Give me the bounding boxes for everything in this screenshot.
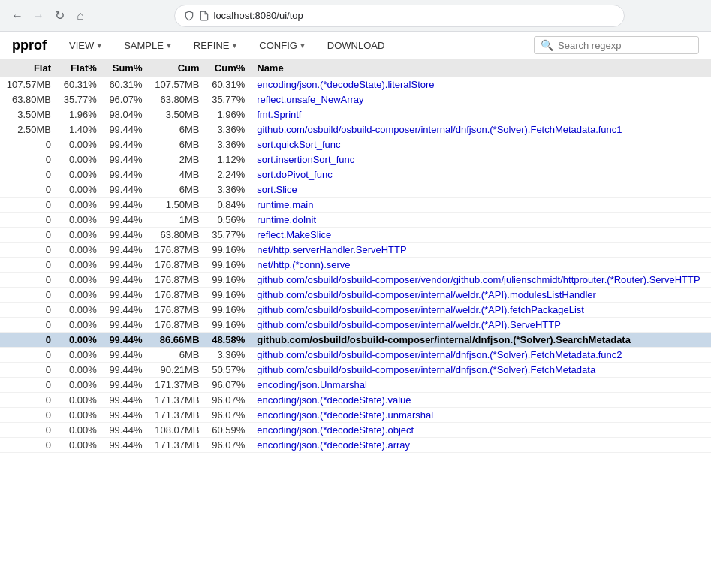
cell-value: 0.00% <box>57 333 103 348</box>
cell-value: 0 <box>0 288 57 303</box>
cell-value: 99.44% <box>103 378 149 393</box>
cell-value: 99.44% <box>103 243 149 258</box>
home-button[interactable]: ⌂ <box>72 8 89 24</box>
cell-value: 3.36% <box>206 122 252 137</box>
cell-value: 171.37MB <box>148 408 205 423</box>
cell-value: 99.44% <box>103 152 149 167</box>
table-row[interactable]: 00.00%99.44%1.50MB0.84%runtime.main <box>0 198 711 213</box>
cell-value: 6MB <box>148 122 205 137</box>
search-box[interactable]: 🔍 <box>534 36 699 54</box>
cell-name[interactable]: github.com/osbuild/osbuild-composer/inte… <box>251 363 711 378</box>
cell-value: 99.44% <box>103 363 149 378</box>
table-row[interactable]: 00.00%99.44%171.37MB96.07%encoding/json.… <box>0 378 711 393</box>
cell-value: 99.44% <box>103 423 149 438</box>
sample-arrow: ▼ <box>165 41 173 50</box>
reload-button[interactable]: ↻ <box>51 8 68 24</box>
menu-config[interactable]: CONFIG ▼ <box>255 37 310 54</box>
cell-value: 99.44% <box>103 198 149 213</box>
table-row[interactable]: 00.00%99.44%108.07MB60.59%encoding/json.… <box>0 423 711 438</box>
cell-value: 2.50MB <box>0 122 57 137</box>
cell-name[interactable]: github.com/osbuild/osbuild-composer/vend… <box>251 273 711 288</box>
cell-name[interactable]: runtime.doInit <box>251 213 711 228</box>
cell-name[interactable]: sort.quickSort_func <box>251 137 711 152</box>
table-row[interactable]: 00.00%99.44%176.87MB99.16%net/http.(*con… <box>0 258 711 273</box>
cell-name[interactable]: encoding/json.(*decodeState).unmarshal <box>251 408 711 423</box>
table-row[interactable]: 00.00%99.44%6MB3.36%sort.quickSort_func <box>0 137 711 152</box>
cell-value: 107.57MB <box>148 77 205 92</box>
cell-value: 0 <box>0 408 57 423</box>
cell-name[interactable]: github.com/osbuild/osbuild-composer/inte… <box>251 348 711 363</box>
cell-value: 0 <box>0 182 57 198</box>
cell-name[interactable]: runtime.main <box>251 198 711 213</box>
table-row[interactable]: 00.00%99.44%2MB1.12%sort.insertionSort_f… <box>0 152 711 167</box>
table-row[interactable]: 00.00%99.44%171.37MB96.07%encoding/json.… <box>0 438 711 453</box>
table-row[interactable]: 107.57MB60.31%60.31%107.57MB60.31%encodi… <box>0 77 711 92</box>
cell-name[interactable]: encoding/json.(*decodeState).array <box>251 438 711 453</box>
table-row[interactable]: 00.00%99.44%176.87MB99.16%net/http.serve… <box>0 243 711 258</box>
cell-name[interactable]: encoding/json.(*decodeState).value <box>251 393 711 408</box>
cell-value: 3.36% <box>206 182 252 198</box>
table-row[interactable]: 00.00%99.44%86.66MB48.58%github.com/osbu… <box>0 333 711 348</box>
table-header: Flat Flat% Sum% Cum Cum% Name <box>0 59 711 77</box>
cell-name[interactable]: github.com/osbuild/osbuild-composer/inte… <box>251 122 711 137</box>
cell-value: 3.50MB <box>148 107 205 122</box>
address-bar[interactable]: localhost:8080/ui/top <box>174 5 625 27</box>
cell-value: 0 <box>0 363 57 378</box>
col-cum: Cum <box>148 59 205 77</box>
cell-name[interactable]: sort.insertionSort_func <box>251 152 711 167</box>
cell-value: 99.44% <box>103 438 149 453</box>
cell-value: 0.00% <box>57 438 103 453</box>
cell-name[interactable]: encoding/json.(*decodeState).object <box>251 423 711 438</box>
table-row[interactable]: 00.00%99.44%176.87MB99.16%github.com/osb… <box>0 273 711 288</box>
cell-value: 0.00% <box>57 243 103 258</box>
cell-name[interactable]: sort.doPivot_func <box>251 167 711 182</box>
cell-name[interactable]: encoding/json.Unmarshal <box>251 378 711 393</box>
cell-value: 0.00% <box>57 378 103 393</box>
forward-button[interactable]: → <box>30 8 47 24</box>
menu-download[interactable]: DOWNLOAD <box>323 37 390 54</box>
table-row[interactable]: 00.00%99.44%6MB3.36%sort.Slice <box>0 182 711 198</box>
page-icon <box>199 11 209 21</box>
table-row[interactable]: 00.00%99.44%1MB0.56%runtime.doInit <box>0 213 711 228</box>
cell-value: 176.87MB <box>148 243 205 258</box>
cell-name[interactable]: encoding/json.(*decodeState).literalStor… <box>251 77 711 92</box>
cell-name[interactable]: github.com/osbuild/osbuild-composer/inte… <box>251 288 711 303</box>
cell-value: 60.31% <box>103 77 149 92</box>
cell-name[interactable]: github.com/osbuild/osbuild-composer/inte… <box>251 318 711 333</box>
table-row[interactable]: 63.80MB35.77%96.07%63.80MB35.77%reflect.… <box>0 92 711 107</box>
col-flat: Flat <box>0 59 57 77</box>
table-row[interactable]: 00.00%99.44%176.87MB99.16%github.com/osb… <box>0 303 711 318</box>
menu-refine[interactable]: REFINE ▼ <box>189 37 243 54</box>
cell-value: 99.44% <box>103 288 149 303</box>
cell-name[interactable]: net/http.(*conn).serve <box>251 258 711 273</box>
cell-value: 1.50MB <box>148 198 205 213</box>
table-row[interactable]: 3.50MB1.96%98.04%3.50MB1.96%fmt.Sprintf <box>0 107 711 122</box>
browser-chrome: ← → ↻ ⌂ localhost:8080/ui/top <box>0 0 711 32</box>
cell-name[interactable]: fmt.Sprintf <box>251 107 711 122</box>
table-row[interactable]: 00.00%99.44%4MB2.24%sort.doPivot_func <box>0 167 711 182</box>
cell-name[interactable]: sort.Slice <box>251 182 711 198</box>
back-button[interactable]: ← <box>9 8 26 24</box>
table-row[interactable]: 00.00%99.44%6MB3.36%github.com/osbuild/o… <box>0 348 711 363</box>
table-row[interactable]: 00.00%99.44%90.21MB50.57%github.com/osbu… <box>0 363 711 378</box>
cell-name[interactable]: reflect.MakeSlice <box>251 228 711 243</box>
table-row[interactable]: 00.00%99.44%171.37MB96.07%encoding/json.… <box>0 408 711 423</box>
table-row[interactable]: 00.00%99.44%171.37MB96.07%encoding/json.… <box>0 393 711 408</box>
cell-name[interactable]: reflect.unsafe_NewArray <box>251 92 711 107</box>
menu-sample[interactable]: SAMPLE ▼ <box>119 37 177 54</box>
menu-view[interactable]: VIEW ▼ <box>65 37 107 54</box>
table-body: 107.57MB60.31%60.31%107.57MB60.31%encodi… <box>0 77 711 453</box>
cell-value: 6MB <box>148 182 205 198</box>
cell-value: 0.00% <box>57 348 103 363</box>
cell-name[interactable]: github.com/osbuild/osbuild-composer/inte… <box>251 333 711 348</box>
cell-value: 1.96% <box>206 107 252 122</box>
table-row[interactable]: 00.00%99.44%176.87MB99.16%github.com/osb… <box>0 288 711 303</box>
cell-name[interactable]: net/http.serverHandler.ServeHTTP <box>251 243 711 258</box>
table-row[interactable]: 00.00%99.44%176.87MB99.16%github.com/osb… <box>0 318 711 333</box>
table-row[interactable]: 2.50MB1.40%99.44%6MB3.36%github.com/osbu… <box>0 122 711 137</box>
table-row[interactable]: 00.00%99.44%63.80MB35.77%reflect.MakeSli… <box>0 228 711 243</box>
cell-value: 176.87MB <box>148 303 205 318</box>
search-input[interactable] <box>558 40 692 51</box>
cell-value: 0.00% <box>57 393 103 408</box>
cell-name[interactable]: github.com/osbuild/osbuild-composer/inte… <box>251 303 711 318</box>
